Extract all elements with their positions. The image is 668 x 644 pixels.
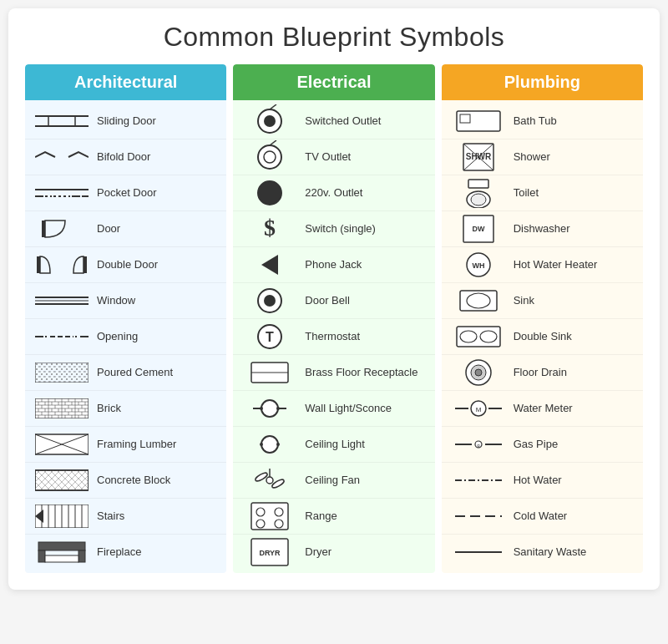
column-electrical: Electrical Switched Outlet — [233, 64, 434, 573]
list-item: Sanitary Waste — [442, 535, 643, 570]
double-sink-icon — [448, 323, 509, 350]
switched-outlet-label: Switched Outlet — [300, 114, 381, 129]
switch-single-label: Switch (single) — [300, 222, 376, 236]
svg-rect-49 — [38, 542, 85, 550]
hot-water-heater-icon: WH — [448, 251, 509, 278]
floor-drain-icon — [448, 359, 509, 386]
arch-body: Sliding Door Bifold Door — [25, 100, 226, 573]
bath-tub-icon — [448, 108, 509, 134]
list-item: Ceiling Fan — [233, 463, 434, 499]
bath-tub-label: Bath Tub — [509, 114, 557, 129]
range-icon — [240, 503, 300, 530]
svg-point-57 — [264, 151, 276, 163]
svg-point-75 — [276, 443, 280, 446]
tv-outlet-icon — [240, 144, 300, 170]
outlet-220-label: 220v. Outlet — [300, 186, 362, 200]
list-item: Double Door — [25, 247, 226, 283]
list-item: SHWR Shower — [442, 139, 643, 175]
plumb-body: Bath Tub SHWR Shower — [442, 100, 643, 573]
list-item: Opening — [25, 319, 226, 355]
svg-rect-52 — [45, 555, 78, 562]
list-item: $ Switch (single) — [233, 211, 434, 247]
list-item: Hot Water — [442, 463, 643, 499]
svg-point-68 — [261, 400, 278, 417]
fireplace-icon — [32, 539, 92, 565]
shower-icon: SHWR — [448, 144, 509, 170]
framing-lumber-label: Framing Lumber — [92, 438, 176, 452]
svg-rect-31 — [35, 398, 89, 418]
water-meter-label: Water Meter — [509, 402, 573, 416]
concrete-block-label: Concrete Block — [92, 474, 170, 488]
stairs-label: Stairs — [92, 510, 124, 524]
svg-rect-38 — [35, 470, 89, 490]
hot-water-line-icon — [448, 467, 509, 494]
dishwasher-label: Dishwasher — [509, 222, 570, 236]
water-meter-icon: M — [448, 395, 509, 422]
door-label: Door — [92, 222, 120, 236]
gas-pipe-label: Gas Pipe — [509, 438, 558, 452]
svg-point-101 — [467, 293, 490, 308]
list-item: Fireplace — [25, 535, 226, 570]
list-item: Toilet — [442, 175, 643, 211]
svg-line-55 — [270, 104, 276, 109]
list-item: Sliding Door — [25, 104, 226, 139]
toilet-label: Toilet — [509, 186, 539, 200]
columns-container: Architectural Sliding Door — [25, 64, 643, 573]
list-item: TV Outlet — [233, 139, 434, 175]
svg-point-95 — [471, 194, 486, 205]
svg-point-54 — [264, 115, 276, 127]
double-door-icon — [32, 251, 92, 278]
svg-rect-93 — [468, 180, 488, 188]
sanitary-waste-label: Sanitary Waste — [509, 545, 587, 560]
fireplace-label: Fireplace — [92, 545, 141, 560]
column-architectural: Architectural Sliding Door — [25, 64, 226, 573]
list-item: 220v. Outlet — [233, 175, 434, 211]
pocket-door-label: Pocket Door — [92, 186, 157, 200]
list-item: Stairs — [25, 499, 226, 535]
dryer-icon: DRYR — [240, 539, 300, 565]
svg-point-59 — [258, 181, 281, 205]
column-plumbing: Plumbing Bath Tub SHWR — [442, 64, 643, 573]
list-item: Door — [25, 211, 226, 247]
bifold-door-label: Bifold Door — [92, 150, 150, 165]
svg-point-73 — [261, 436, 278, 453]
list-item: Window — [25, 283, 226, 319]
thermostat-label: Thermostat — [300, 330, 360, 344]
switch-single-icon: $ — [240, 216, 300, 242]
toilet-icon — [448, 180, 509, 206]
gas-pipe-icon: g — [448, 431, 509, 458]
framing-lumber-icon — [32, 431, 92, 458]
list-item: Door Bell — [233, 283, 434, 319]
bifold-door-icon — [32, 144, 92, 170]
svg-point-70 — [260, 407, 263, 410]
phone-jack-label: Phone Jack — [300, 258, 362, 272]
elec-header: Electrical — [233, 64, 434, 100]
list-item: Bath Tub — [442, 104, 643, 139]
list-item: Poured Cement — [25, 355, 226, 391]
list-item: g Gas Pipe — [442, 427, 643, 463]
concrete-block-icon — [32, 467, 92, 494]
floor-drain-label: Floor Drain — [509, 366, 567, 380]
cold-water-label: Cold Water — [509, 510, 568, 524]
list-item: Ceiling Light — [233, 427, 434, 463]
poured-cement-icon — [32, 359, 92, 386]
svg-point-107 — [475, 369, 482, 376]
switched-outlet-icon — [240, 108, 300, 134]
list-item: Concrete Block — [25, 463, 226, 499]
svg-point-74 — [260, 443, 263, 446]
ceiling-light-icon — [240, 431, 300, 458]
brass-floor-icon — [240, 359, 300, 386]
ceiling-light-label: Ceiling Light — [300, 438, 365, 452]
list-item: Floor Drain — [442, 355, 643, 391]
list-item: Phone Jack — [233, 247, 434, 283]
door-bell-icon — [240, 287, 300, 314]
pocket-door-icon — [32, 180, 92, 206]
main-container: Common Blueprint Symbols Architectural S… — [8, 8, 660, 590]
svg-point-103 — [460, 331, 477, 342]
opening-label: Opening — [92, 330, 138, 344]
arch-header: Architectural — [25, 64, 226, 100]
phone-jack-icon — [240, 251, 300, 278]
elec-body: Switched Outlet TV Outlet — [233, 100, 434, 573]
brass-floor-label: Brass Floor Receptacle — [300, 366, 418, 380]
svg-point-104 — [480, 331, 497, 342]
